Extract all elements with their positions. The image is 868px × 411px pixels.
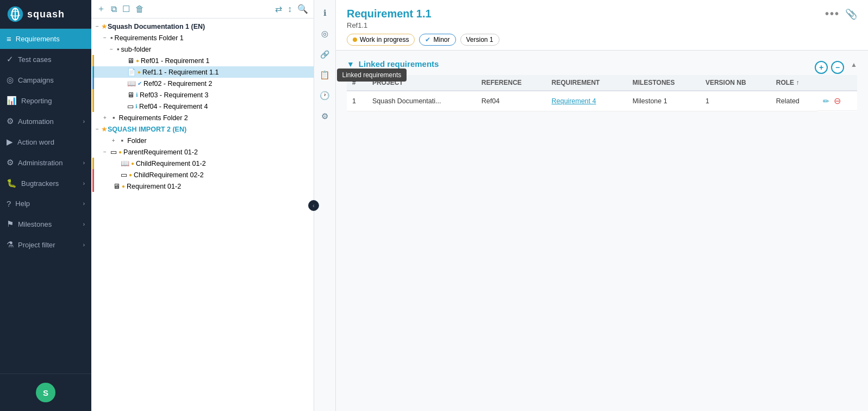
- delete-row-btn[interactable]: ⊖: [834, 96, 841, 106]
- logo-label: squash: [27, 9, 65, 20]
- sort-icon[interactable]: ↕: [288, 4, 292, 14]
- tree-req-1[interactable]: 🖥 ● Ref01 - Requirement 1: [92, 55, 314, 66]
- project-2-label: SQUASH IMPORT 2 (EN): [108, 126, 311, 133]
- parent-req-label: ParentRequirement 01-2: [123, 148, 311, 156]
- expand-proj2[interactable]: −: [93, 126, 101, 132]
- folder-2-label: Requirements Folder 2: [119, 114, 311, 122]
- tree-folder-1[interactable]: − ▪ Requirements Folder 1: [91, 32, 314, 43]
- target-panel-btn[interactable]: ◎: [316, 25, 334, 42]
- tree-subfolder-1[interactable]: − ▪ sub-folder: [91, 43, 314, 55]
- row-project: Squash Documentati...: [367, 91, 476, 111]
- link-panel-btn[interactable]: 🔗: [316, 46, 334, 63]
- expand-folder1[interactable]: −: [101, 35, 109, 41]
- sidebar-item-requirements[interactable]: ≡ Requirements: [0, 29, 91, 49]
- settings-panel-btn[interactable]: ⚙: [316, 108, 334, 125]
- add-item-icon[interactable]: ＋: [97, 3, 105, 15]
- expand-proj1[interactable]: −: [93, 23, 101, 29]
- bugtrackers-chevron: ›: [83, 180, 85, 186]
- expand-subfolder1[interactable]: −: [108, 46, 115, 52]
- delete-icon[interactable]: 🗑: [135, 4, 144, 14]
- tree-toolbar: ＋ ⧉ ☐ 🗑 ⇄ ↕ 🔍: [91, 0, 314, 18]
- project-filter-chevron: ›: [83, 242, 85, 248]
- col-reference[interactable]: REFERENCE: [476, 75, 546, 91]
- sidebar-item-campaigns[interactable]: ◎ Campaigns: [0, 70, 91, 90]
- req-link[interactable]: Requirement 4: [552, 97, 596, 105]
- sidebar-item-bugtrackers[interactable]: 🐛 Bugtrackers ›: [0, 173, 91, 194]
- sidebar-item-action-word[interactable]: ▶ Action word: [0, 132, 91, 152]
- history-panel-btn[interactable]: 🕐: [316, 87, 334, 104]
- col-milestones[interactable]: MILESTONES: [627, 75, 700, 91]
- col-num: #: [347, 75, 367, 91]
- header-right-actions: ••• 📎: [825, 8, 857, 20]
- collapse-section-btn[interactable]: ▲: [851, 61, 857, 74]
- action-word-icon: ▶: [7, 137, 13, 147]
- collapse-sidebar-btn[interactable]: ‹: [308, 200, 319, 211]
- tree-parent-req[interactable]: − ▭ ● ParentRequirement 01-2: [91, 146, 314, 158]
- child2-status: ●: [129, 172, 132, 178]
- remove-linked-req-btn[interactable]: −: [831, 61, 844, 74]
- edit-row-btn[interactable]: ✏: [823, 97, 829, 105]
- section-toggle-btn[interactable]: ▼: [347, 60, 354, 68]
- bugtrackers-icon: 🐛: [7, 178, 17, 188]
- copy-icon[interactable]: ⧉: [111, 4, 117, 14]
- sidebar-item-project-filter[interactable]: ⚗ Project filter ›: [0, 234, 91, 255]
- tree-req-4[interactable]: ▭ ℹ Ref04 - Requirement 4: [92, 101, 314, 112]
- col-requirement[interactable]: REQUIREMENT: [546, 75, 627, 91]
- sidebar-item-reporting[interactable]: 📊 Reporting: [0, 90, 91, 111]
- expand-folder2[interactable]: +: [101, 115, 109, 121]
- req1-status-icon: ●: [136, 58, 139, 64]
- automation-chevron: ›: [83, 119, 85, 124]
- sync-icon[interactable]: ⇄: [275, 4, 282, 14]
- paste-icon[interactable]: ☐: [122, 4, 130, 14]
- tree-folder-3[interactable]: + + ▪ Folder: [91, 135, 314, 146]
- add-linked-req-btn[interactable]: +: [815, 61, 828, 74]
- col-role[interactable]: ROLE ↑: [771, 75, 818, 91]
- star-icon-proj2: ★: [101, 125, 108, 133]
- tree-folder-2[interactable]: + ▪ Requirements Folder 2: [91, 112, 314, 123]
- tree-child-req-2[interactable]: ▭ ● ChildRequirement 02-2: [92, 169, 314, 180]
- row-version-nb: 1: [700, 91, 771, 111]
- project-1-label: Squash Documentation 1 (EN): [108, 23, 311, 30]
- tree-req-01-2[interactable]: 🖥 ● Requirement 01-2: [92, 180, 314, 192]
- col-version-nb[interactable]: VERSION NB: [700, 75, 771, 91]
- link-icon: 🔗: [320, 50, 329, 59]
- status-badge[interactable]: Work in progress: [347, 34, 415, 46]
- tree-project-1[interactable]: − ★ Squash Documentation 1 (EN): [91, 21, 314, 32]
- child1-status: ●: [131, 160, 134, 166]
- priority-badge[interactable]: ✔ Minor: [419, 34, 455, 46]
- search-icon[interactable]: 🔍: [297, 4, 308, 14]
- sidebar-item-automation[interactable]: ⚙ Automation ›: [0, 111, 91, 132]
- req3-status-icon: ℹ: [136, 92, 138, 98]
- sidebar-item-milestones[interactable]: ⚑ Milestones ›: [0, 214, 91, 234]
- main-title-row: Requirement 1.1 ••• 📎: [347, 8, 857, 20]
- status-badge-label: Work in progress: [360, 36, 409, 43]
- row-requirement[interactable]: Requirement 4: [546, 91, 627, 111]
- milestones-icon: ⚑: [7, 219, 14, 229]
- col-project[interactable]: PROJECT: [367, 75, 476, 91]
- tree-req-1-1[interactable]: 📄 ● Ref1.1 - Requirement 1.1: [92, 66, 314, 78]
- section-actions: + − ▲: [815, 61, 857, 74]
- version-badge[interactable]: Version 1: [460, 34, 499, 46]
- reporting-icon: 📊: [7, 96, 17, 105]
- tree-body: − ★ Squash Documentation 1 (EN) − ▪ Requ…: [91, 18, 314, 411]
- user-avatar[interactable]: S: [36, 383, 55, 402]
- info-panel-btn[interactable]: ℹ: [316, 4, 334, 22]
- expand-parent-req[interactable]: −: [101, 149, 109, 155]
- wip-dot: [353, 38, 357, 42]
- sidebar-item-help[interactable]: ? Help ›: [0, 194, 91, 214]
- sidebar-item-administration[interactable]: ⚙ Administration ›: [0, 152, 91, 173]
- tree-req-3[interactable]: 🖥 ℹ Ref03 - Requirement 3: [92, 89, 314, 101]
- tree-project-2[interactable]: − ★ SQUASH IMPORT 2 (EN): [91, 123, 314, 135]
- linked-req-panel-btn[interactable]: 📋 Linked requirements: [316, 66, 334, 84]
- expand-folder3[interactable]: +: [110, 138, 117, 144]
- tree-req-2[interactable]: 📖 ✔ Ref02 - Requirement 2: [92, 78, 314, 89]
- row-role: Related: [771, 91, 818, 111]
- req1-1-status-icon: ●: [138, 69, 141, 75]
- parent-req-status: ●: [118, 149, 122, 155]
- tree-child-req-1[interactable]: 📖 ● ChildRequirement 01-2: [92, 158, 314, 169]
- more-options-btn[interactable]: •••: [825, 8, 840, 20]
- req1-1-type-icon: 📄: [127, 68, 136, 76]
- sidebar-item-test-cases[interactable]: ✓ Test cases: [0, 49, 91, 70]
- attach-icon[interactable]: 📎: [845, 8, 857, 20]
- req01-2-status: ●: [122, 183, 125, 189]
